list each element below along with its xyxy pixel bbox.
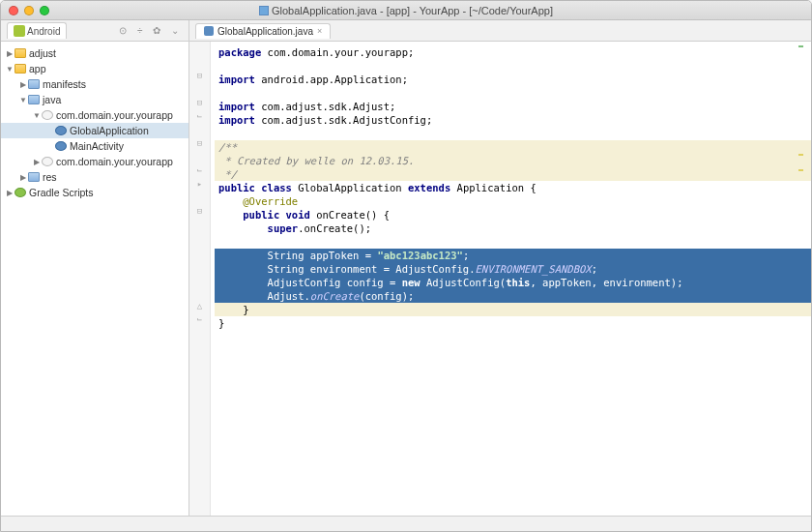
tree-node-res[interactable]: ▶res [1, 169, 188, 185]
tab-label: GlobalApplication.java [218, 26, 313, 37]
close-tab-icon[interactable]: × [317, 26, 322, 36]
project-tree[interactable]: ▶adjust ▼app ▶manifests ▼java ▼com.domai… [1, 42, 189, 516]
tree-node-app[interactable]: ▼app [1, 61, 188, 76]
file-icon [259, 6, 269, 15]
editor-tabs: GlobalApplication.java × [189, 20, 811, 41]
android-icon [14, 25, 25, 37]
project-view-tools[interactable]: ⊙ ÷ ✿ ⌄ [119, 25, 183, 36]
android-view-tab[interactable]: Android [7, 22, 67, 39]
tree-node-package-main[interactable]: ▼com.domain.your.yourapp [1, 107, 188, 123]
project-view-header[interactable]: Android ⊙ ÷ ✿ ⌄ [1, 20, 189, 41]
title-filename: GlobalApplication.java [272, 5, 377, 16]
tree-node-gradle-scripts[interactable]: ▶Gradle Scripts [1, 185, 188, 200]
code-content[interactable]: package com.domain.your.yourapp; import … [211, 42, 811, 516]
tree-node-java[interactable]: ▼java [1, 92, 188, 107]
toolbar: Android ⊙ ÷ ✿ ⌄ GlobalApplication.java × [1, 20, 811, 42]
titlebar[interactable]: GlobalApplication.java - [app] - YourApp… [1, 1, 811, 20]
ide-window: GlobalApplication.java - [app] - YourApp… [0, 0, 812, 532]
minimize-window-button[interactable] [24, 6, 34, 15]
java-file-icon [204, 26, 214, 36]
window-title: GlobalApplication.java - [app] - YourApp… [1, 5, 811, 16]
close-window-button[interactable] [9, 6, 18, 15]
tree-node-package-test[interactable]: ▶com.domain.your.yourapp [1, 154, 188, 169]
title-path: - [app] - YourApp - [~/Code/YourApp] [377, 5, 553, 16]
window-controls [9, 6, 49, 15]
status-bar [1, 516, 811, 531]
zoom-window-button[interactable] [40, 6, 49, 15]
android-view-label: Android [27, 26, 60, 37]
code-editor[interactable]: ⊟ ⊟ ⌙ ⊟ ⌙ ▸ ⊟ △ ⌙ packag [189, 42, 811, 516]
gutter[interactable]: ⊟ ⊟ ⌙ ⊟ ⌙ ▸ ⊟ △ ⌙ [189, 42, 211, 516]
tree-node-global-application[interactable]: GlobalApplication [1, 123, 188, 138]
main-area: ▶adjust ▼app ▶manifests ▼java ▼com.domai… [1, 42, 811, 516]
tree-node-main-activity[interactable]: MainActivity [1, 138, 188, 154]
tab-global-application[interactable]: GlobalApplication.java × [195, 23, 331, 39]
tree-node-adjust[interactable]: ▶adjust [1, 45, 188, 61]
error-stripe[interactable] [794, 42, 803, 516]
tree-node-manifests[interactable]: ▶manifests [1, 76, 188, 92]
